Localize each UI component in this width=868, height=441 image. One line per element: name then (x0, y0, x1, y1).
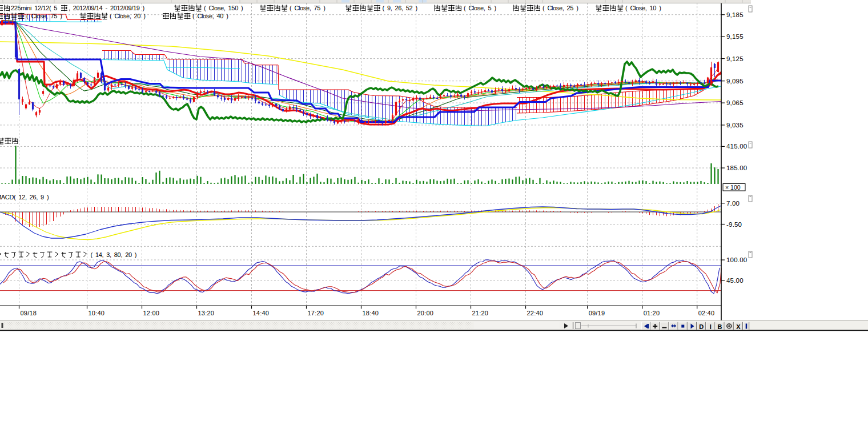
svg-text:22:40: 22:40 (527, 310, 544, 316)
svg-text:02:40: 02:40 (698, 310, 715, 316)
svg-text:01:20: 01:20 (644, 310, 660, 316)
svg-text:9,065: 9,065 (726, 99, 744, 106)
svg-text:9,125: 9,125 (726, 55, 744, 62)
svg-text:( 9, 26, 52 ): ( 9, 26, 52 ) (383, 5, 417, 11)
svg-text:45.00: 45.00 (726, 277, 744, 284)
svg-text:( Close, 10 ): ( Close, 10 ) (625, 5, 661, 11)
svg-text:( Close, 40 ): ( Close, 40 ) (192, 13, 228, 19)
svg-text:( 14, 3, 80, 20 ): ( 14, 3, 80, 20 ) (91, 251, 137, 258)
svg-text:7.00: 7.00 (726, 200, 740, 207)
svg-text:( Close, 25 ): ( Close, 25 ) (542, 5, 578, 11)
svg-text:D: D (699, 323, 704, 330)
svg-text:20:00: 20:00 (417, 310, 434, 316)
svg-text:× 100: × 100 (725, 184, 741, 191)
svg-text:21:20: 21:20 (472, 310, 489, 316)
svg-text:415.00: 415.00 (726, 143, 747, 150)
svg-text:I: I (710, 323, 712, 330)
svg-text:MACD( 12, 26, 9 ): MACD( 12, 26, 9 ) (0, 194, 49, 201)
svg-text:B: B (718, 323, 722, 330)
svg-text:09/19: 09/19 (589, 310, 605, 316)
svg-text:225mini 12/12( 5: 225mini 12/12( 5 (11, 5, 57, 11)
svg-text:9,095: 9,095 (726, 78, 744, 85)
svg-text:10:40: 10:40 (89, 310, 105, 316)
svg-text:X: X (736, 323, 741, 330)
svg-text:-9.50: -9.50 (726, 221, 742, 228)
svg-text:( Close, 20 ): ( Close, 20 ) (110, 13, 146, 19)
svg-text:, 2012/09/14 - 2012/09/19 ): , 2012/09/14 - 2012/09/19 ) (69, 5, 144, 11)
svg-text:9,185: 9,185 (726, 11, 744, 18)
svg-text:17:20: 17:20 (308, 310, 324, 316)
svg-text:( Close, 75 ): ( Close, 75 ) (290, 5, 326, 11)
svg-text:18:40: 18:40 (363, 310, 379, 316)
svg-text:( Close, 5 ): ( Close, 5 ) (464, 5, 496, 11)
svg-text:( Close, 150 ): ( Close, 150 ) (204, 5, 243, 11)
svg-text:14:40: 14:40 (253, 310, 270, 316)
svg-text:09/18: 09/18 (21, 310, 37, 316)
svg-text:12:00: 12:00 (143, 310, 160, 316)
svg-text:13:20: 13:20 (198, 310, 215, 316)
svg-text:100.00: 100.00 (726, 256, 747, 263)
svg-text:9,035: 9,035 (726, 122, 744, 129)
svg-text:9,155: 9,155 (726, 33, 744, 40)
svg-text:( Close, 75 ): ( Close, 75 ) (26, 13, 62, 19)
svg-text:185.00: 185.00 (726, 165, 747, 171)
